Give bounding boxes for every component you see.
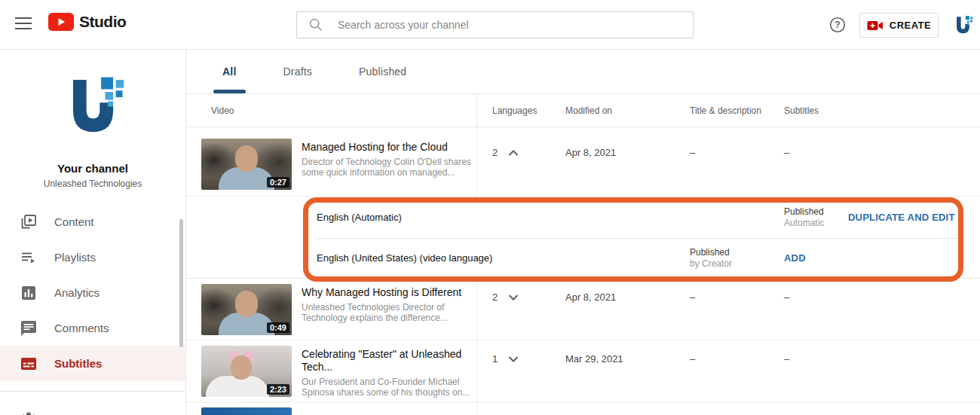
video-title[interactable]: Managed Hosting for the Cloud (302, 141, 476, 154)
youtube-play-icon (48, 13, 74, 31)
language-count: 2 (492, 291, 498, 303)
video-thumbnail[interactable]: 0:27 (201, 139, 292, 190)
title-desc-value: – (690, 340, 784, 401)
video-thumbnail[interactable]: 2:23 (201, 346, 292, 397)
gear-icon (20, 410, 38, 415)
video-duration-badge: 0:49 (267, 322, 289, 333)
video-description: Unleashed Technologies Director of Techn… (302, 302, 476, 323)
search-bar[interactable] (296, 11, 694, 38)
status-published: Published (784, 206, 848, 218)
table-row: 2:23 Celebrating "Easter" at Unleashed T… (186, 340, 980, 402)
video-description: Director of Technology Colin O'Dell shar… (302, 157, 476, 178)
video-title[interactable]: Why Managed Hosting is Different (302, 286, 476, 299)
video-duration-badge: 0:27 (267, 177, 289, 188)
sidebar-nav: Content Playlists Analytics (0, 204, 185, 415)
youtube-studio-logo[interactable]: Studio (48, 13, 126, 31)
video-thumbnail[interactable]: 0:49 (201, 284, 292, 335)
sidebar-item-label: Analytics (54, 286, 100, 299)
sidebar-item-content[interactable]: Content (0, 204, 185, 240)
subtitles-page: All Drafts Published Video Languages Mod… (186, 50, 980, 414)
title-desc-value: – (690, 127, 784, 196)
status-published: Published (690, 247, 784, 258)
language-count: 2 (492, 147, 498, 158)
column-languages: Languages (476, 94, 565, 127)
title-desc-value: – (690, 279, 784, 340)
table-row: 0:49 Why Managed Hosting is Different Un… (186, 279, 980, 340)
top-bar: Studio ? CREATE (0, 0, 980, 50)
channel-name: Unleashed Technologies (0, 179, 185, 189)
chevron-down-icon[interactable] (508, 355, 519, 363)
analytics-icon (20, 284, 38, 302)
search-icon (308, 17, 323, 32)
subtitles-icon (20, 355, 38, 373)
sidebar-item-comments[interactable]: Comments (0, 310, 185, 346)
column-video: Video (186, 94, 476, 127)
subtitles-status: Published Automatic (784, 197, 848, 238)
help-icon: ? (828, 16, 847, 34)
tab-drafts[interactable]: Drafts (274, 50, 322, 93)
sidebar-item-label: Playlists (54, 251, 96, 264)
chevron-down-icon[interactable] (508, 294, 519, 301)
column-title-description: Title & description (690, 94, 784, 127)
chevron-up-icon[interactable] (508, 149, 519, 157)
content-icon (20, 213, 38, 231)
modified-date: Mar 29, 2021 (565, 340, 690, 401)
filter-tabs: All Drafts Published (186, 50, 980, 94)
sidebar-scrollbar[interactable] (179, 219, 183, 347)
language-row: English (Automatic) Published Automatic … (186, 197, 980, 238)
search-input[interactable] (336, 18, 660, 32)
modified-date: Apr 8, 2021 (565, 279, 690, 340)
create-label: CREATE (890, 20, 931, 31)
subtitles-value: – (784, 279, 848, 340)
column-modified-on: Modified on (565, 94, 690, 127)
video-description: Our President and Co-Founder Michael Spi… (302, 377, 476, 398)
channel-avatar (57, 75, 129, 139)
video-title[interactable]: Celebrating "Easter" at Unleashed Tech..… (302, 348, 476, 374)
app-title: Studio (79, 13, 126, 31)
title-desc-status: Published by Creator (690, 238, 784, 278)
video-duration-badge: 2:23 (267, 384, 289, 395)
table-row-partial (186, 402, 980, 414)
menu-icon[interactable] (15, 17, 32, 31)
subtitles-value: – (784, 127, 848, 196)
create-video-icon (867, 20, 884, 32)
modified-date: Apr 8, 2021 (565, 127, 690, 196)
comments-icon (20, 319, 38, 337)
table-header: Video Languages Modified on Title & desc… (186, 94, 980, 127)
language-name: English (United States) (video language) (186, 238, 690, 278)
sidebar-item-settings[interactable]: Settings (0, 401, 185, 415)
video-thumbnail[interactable] (201, 407, 292, 415)
account-avatar[interactable] (953, 15, 973, 35)
channel-section-title: Your channel (0, 162, 185, 175)
playlists-icon (20, 249, 38, 267)
sidebar-item-subtitles[interactable]: Subtitles (0, 346, 185, 381)
help-button[interactable]: ? (828, 16, 847, 34)
column-subtitles: Subtitles (784, 94, 848, 127)
language-count: 1 (492, 353, 498, 365)
subtitles-value: – (784, 340, 848, 401)
create-button[interactable]: CREATE (859, 13, 939, 38)
sidebar: Your channel Unleashed Technologies Cont… (0, 50, 186, 414)
sidebar-item-label: Comments (54, 322, 109, 334)
language-row: English (United States) (video language)… (186, 238, 980, 279)
sidebar-item-label: Content (54, 215, 94, 228)
status-detail: Automatic (784, 218, 848, 229)
tab-published[interactable]: Published (350, 50, 415, 93)
status-detail: by Creator (690, 258, 784, 270)
language-name: English (Automatic) (186, 197, 690, 238)
add-link[interactable]: ADD (784, 238, 848, 278)
tab-all[interactable]: All (213, 50, 246, 93)
channel-section: Your channel Unleashed Technologies (0, 50, 185, 189)
sidebar-item-playlists[interactable]: Playlists (0, 240, 185, 275)
duplicate-and-edit-link[interactable]: DUPLICATE AND EDIT (848, 197, 980, 238)
sidebar-item-analytics[interactable]: Analytics (0, 275, 185, 310)
sidebar-item-label: Subtitles (54, 357, 102, 370)
table-row: 0:27 Managed Hosting for the Cloud Direc… (186, 127, 980, 197)
sidebar-divider (0, 391, 185, 392)
svg-text:?: ? (835, 20, 840, 30)
